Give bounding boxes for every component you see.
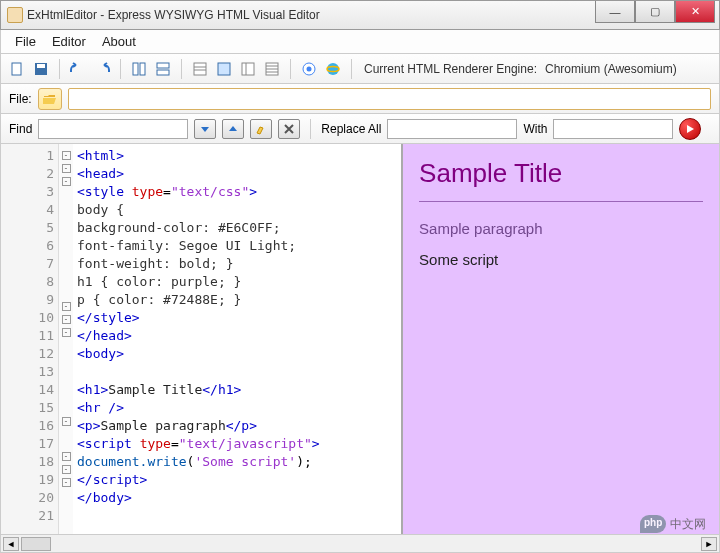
renderer-status-label: Current HTML Renderer Engine:: [364, 62, 537, 76]
find-label: Find: [9, 122, 32, 136]
renderer-status-value: Chromium (Awesomium): [545, 62, 677, 76]
redo-button[interactable]: [92, 59, 112, 79]
preview-script-output: Some script: [419, 251, 703, 268]
preview-h1: Sample Title: [419, 158, 703, 189]
folder-open-icon: [43, 93, 57, 105]
find-input[interactable]: [38, 119, 188, 139]
app-icon: [7, 7, 23, 23]
svg-rect-5: [157, 63, 169, 68]
split-horizontal-button[interactable]: [153, 59, 173, 79]
clear-find-button[interactable]: [278, 119, 300, 139]
undo-button[interactable]: [68, 59, 88, 79]
open-file-button[interactable]: [38, 88, 62, 110]
svg-rect-11: [242, 63, 254, 75]
replace-label: Replace All: [321, 122, 381, 136]
find-prev-button[interactable]: [222, 119, 244, 139]
scroll-left-button[interactable]: ◄: [3, 537, 19, 551]
fold-column[interactable]: ----------: [59, 144, 73, 534]
file-row: File:: [0, 84, 720, 114]
scroll-right-button[interactable]: ►: [701, 537, 717, 551]
code-editor[interactable]: <html><head><style type="text/css">body …: [73, 144, 401, 534]
view3-button[interactable]: [238, 59, 258, 79]
ie-icon[interactable]: [323, 59, 343, 79]
save-button[interactable]: [31, 59, 51, 79]
toolbar: Current HTML Renderer Engine: Chromium (…: [0, 54, 720, 84]
split-vertical-button[interactable]: [129, 59, 149, 79]
menu-editor[interactable]: Editor: [52, 34, 86, 49]
svg-rect-2: [37, 64, 45, 68]
preview-panel: Sample Title Sample paragraph Some scrip…: [403, 144, 719, 534]
close-button[interactable]: ✕: [675, 1, 715, 23]
menu-about[interactable]: About: [102, 34, 136, 49]
with-label: With: [523, 122, 547, 136]
replace-go-button[interactable]: [679, 118, 701, 140]
code-panel: 123456789101112131415161718192021 ------…: [1, 144, 403, 534]
svg-rect-10: [218, 63, 230, 75]
titlebar: ExHtmlEditor - Express WYSIWYG HTML Visu…: [0, 0, 720, 30]
preview-paragraph: Sample paragraph: [419, 220, 703, 237]
replace-input[interactable]: [387, 119, 517, 139]
svg-rect-4: [140, 63, 145, 75]
minimize-button[interactable]: —: [595, 1, 635, 23]
editor-split: 123456789101112131415161718192021 ------…: [0, 144, 720, 535]
watermark-text: 中文网: [670, 516, 706, 533]
view2-button[interactable]: [214, 59, 234, 79]
highlight-button[interactable]: [250, 119, 272, 139]
svg-rect-7: [194, 63, 206, 75]
new-file-button[interactable]: [7, 59, 27, 79]
with-input[interactable]: [553, 119, 673, 139]
svg-rect-0: [12, 63, 21, 75]
file-label: File:: [9, 92, 32, 106]
svg-rect-3: [133, 63, 138, 75]
svg-point-19: [327, 63, 339, 75]
view4-button[interactable]: [262, 59, 282, 79]
preview-hr: [419, 201, 703, 202]
chrome-icon[interactable]: [299, 59, 319, 79]
line-number-gutter: 123456789101112131415161718192021: [1, 144, 59, 534]
php-logo-icon: [640, 515, 666, 533]
maximize-button[interactable]: ▢: [635, 1, 675, 23]
svg-point-18: [307, 66, 312, 71]
horizontal-scrollbar[interactable]: ◄ ►: [0, 535, 720, 553]
view1-button[interactable]: [190, 59, 210, 79]
menubar: File Editor About: [0, 30, 720, 54]
menu-file[interactable]: File: [15, 34, 36, 49]
svg-rect-6: [157, 70, 169, 75]
window-title: ExHtmlEditor - Express WYSIWYG HTML Visu…: [27, 8, 320, 22]
find-next-button[interactable]: [194, 119, 216, 139]
scroll-thumb[interactable]: [21, 537, 51, 551]
file-path-input[interactable]: [68, 88, 711, 110]
watermark: 中文网: [640, 515, 706, 533]
find-row: Find Replace All With: [0, 114, 720, 144]
